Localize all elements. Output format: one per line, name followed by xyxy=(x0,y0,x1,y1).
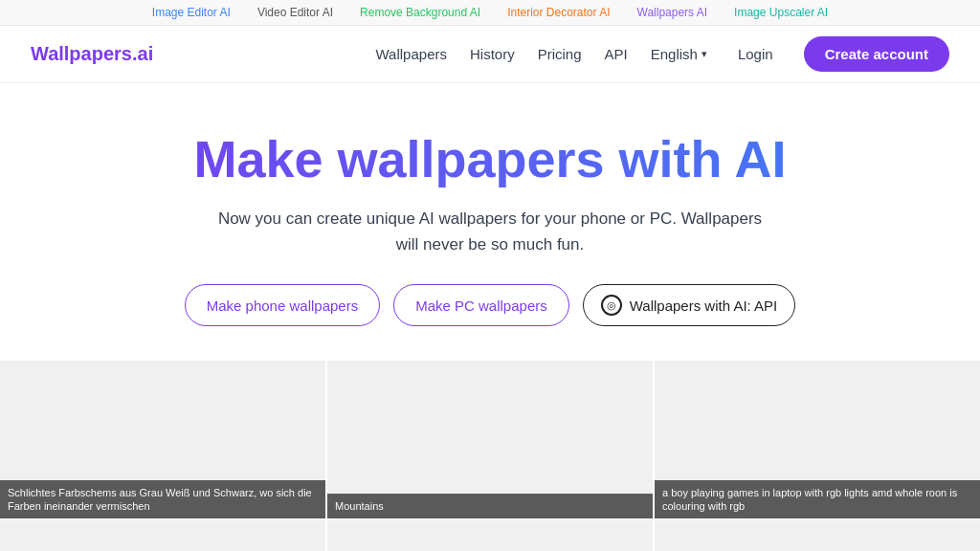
logo[interactable]: Wallpapers.ai xyxy=(31,43,153,65)
api-button-label: Wallpapers with AI: API xyxy=(630,298,778,314)
gallery: Schlichtes Farbschems aus Grau Weiß und … xyxy=(0,361,980,551)
hero-title: Make wallpapers with AI xyxy=(19,129,961,188)
api-button[interactable]: ◎ Wallpapers with AI: API xyxy=(583,284,796,326)
gallery-item[interactable]: Mountains xyxy=(327,361,653,518)
gallery-item[interactable]: a boy playing games in laptop with rgb l… xyxy=(655,361,980,518)
topbar-link-upscaler[interactable]: Image Upscaler AI xyxy=(734,6,828,19)
nav-link-wallpapers[interactable]: Wallpapers xyxy=(376,46,447,62)
top-bar: Image Editor AI Video Editor AI Remove B… xyxy=(0,0,980,26)
make-pc-wallpapers-button[interactable]: Make PC wallpapers xyxy=(393,284,569,326)
topbar-link-wallpapers[interactable]: Wallpapers AI xyxy=(637,6,708,19)
login-button[interactable]: Login xyxy=(730,46,781,62)
gallery-item[interactable] xyxy=(0,520,325,551)
nav-link-pricing[interactable]: Pricing xyxy=(538,46,582,62)
language-selector[interactable]: English xyxy=(651,46,707,62)
gallery-caption: Mountains xyxy=(327,494,653,518)
bot-icon: ◎ xyxy=(601,295,622,316)
topbar-link-remove-bg[interactable]: Remove Background AI xyxy=(360,6,480,19)
topbar-link-image-editor[interactable]: Image Editor AI xyxy=(152,6,231,19)
create-account-button[interactable]: Create account xyxy=(804,36,949,72)
topbar-link-interior[interactable]: Interior Decorator AI xyxy=(507,6,610,19)
gallery-item[interactable]: Schlichtes Farbschems aus Grau Weiß und … xyxy=(0,361,325,518)
nav-link-api[interactable]: API xyxy=(605,46,628,62)
hero-buttons: Make phone wallpapers Make PC wallpapers… xyxy=(19,284,961,326)
topbar-link-video-editor[interactable]: Video Editor AI xyxy=(257,6,333,19)
gallery-item[interactable] xyxy=(655,520,980,551)
nav-link-history[interactable]: History xyxy=(470,46,515,62)
gallery-item[interactable] xyxy=(327,520,653,551)
gallery-caption: a boy playing games in laptop with rgb l… xyxy=(655,480,980,519)
hero-subtitle: Now you can create unique AI wallpapers … xyxy=(212,206,768,257)
gallery-caption: Schlichtes Farbschems aus Grau Weiß und … xyxy=(0,480,325,519)
main-nav: Wallpapers.ai Wallpapers History Pricing… xyxy=(0,26,980,83)
hero-section: Make wallpapers with AI Now you can crea… xyxy=(0,83,980,361)
make-phone-wallpapers-button[interactable]: Make phone wallpapers xyxy=(185,284,380,326)
